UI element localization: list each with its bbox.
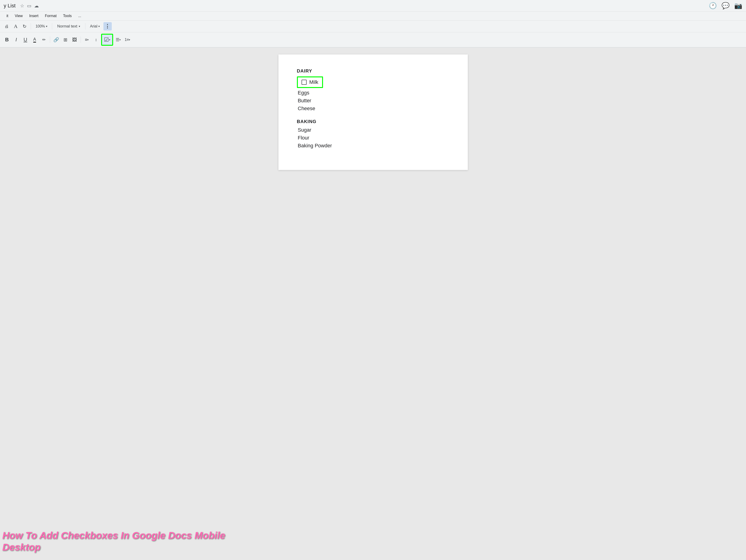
flour-item: Flour [297,135,449,141]
paragraph-style-arrow-icon: ▾ [79,25,80,28]
font-color-button[interactable]: A [30,35,39,44]
comments-icon[interactable]: 💬 [721,2,729,9]
cheese-item: Cheese [297,106,449,112]
bold-button[interactable]: B [3,35,11,44]
line-spacing-button[interactable]: ↕ [92,35,100,44]
menu-edit[interactable]: it [4,12,11,20]
header-right-icons: 🕐 💬 📷 [709,2,742,9]
checklist-button[interactable]: ☑ ▾ [101,34,113,46]
history-icon[interactable]: 🕐 [709,2,717,9]
three-dots-icon: ⋮ [105,23,110,29]
document-page: DAIRY Milk Eggs Butter Cheese BAKING Sug… [279,55,468,170]
milk-list-item[interactable]: Milk [297,77,323,88]
bullet-list-button[interactable]: ☰ ▾ [114,35,122,44]
section-title-dairy: DAIRY [297,68,449,74]
milk-checkbox-icon[interactable] [302,80,307,85]
checklist-icon: ☑ [104,36,109,43]
bullet-list-icon: ☰ [116,37,119,42]
menu-bar: it View Insert Format Tools ... [0,11,746,21]
paragraph-style-value: Normal text [57,24,77,29]
watermark-text: How To Add Checkboxes In Google Docs Mob… [2,530,225,553]
paint-format-button[interactable]: A [12,22,20,31]
divider1 [31,23,31,30]
bullet-list-arrow-icon: ▾ [119,38,121,41]
underline-button[interactable]: U [21,35,30,44]
baking-section: BAKING Sugar Flour Baking Powder [297,119,449,149]
align-button[interactable]: ≡ ▾ [83,35,91,44]
top-bar: y List ☆ ▭ ☁ 🕐 💬 📷 [0,0,746,11]
watermark-line1: How To Add Checkboxes In Google Docs Mob… [2,530,225,541]
align-arrow-icon: ▾ [87,38,89,41]
menu-tools[interactable]: Tools [60,12,74,20]
numbered-list-icon: 1≡ [125,38,129,42]
divider4 [50,36,50,43]
baking-powder-item: Baking Powder [297,143,449,149]
highlight-button[interactable]: ✏ [40,35,48,44]
numbered-list-arrow-icon: ▾ [129,38,130,41]
watermark-line2: Desktop [2,541,225,553]
insert-image-button[interactable]: 🖼 [70,35,79,44]
zoom-dropdown[interactable]: 100% ▾ [33,23,50,30]
font-arrow-icon: ▾ [98,25,100,28]
butter-item: Butter [297,98,449,104]
doc-title: y List [4,3,16,9]
link-button[interactable]: 🔗 [52,35,60,44]
align-icon: ≡ [85,37,87,42]
numbered-list-button[interactable]: 1≡ ▾ [123,35,132,44]
cloud-save-icon[interactable]: ☁ [34,3,39,8]
print-button[interactable]: 🖨 [3,23,10,30]
font-color-icon: A [33,37,36,43]
format-toolbar: B I U A ✏ 🔗 ⊞ 🖼 ≡ ▾ ↕ ☑ ▾ ☰ ▾ 1≡ ▾ [0,32,746,48]
insert-special-chars-button[interactable]: ⊞ [61,35,69,44]
milk-text: Milk [309,79,318,85]
divider2 [52,23,52,30]
zoom-value: 100% [35,24,45,28]
sugar-item: Sugar [297,127,449,133]
toolbar-row1: 🖨 A ↻ 100% ▾ Normal text ▾ Arial ▾ ⋮ [0,21,746,32]
menu-format[interactable]: Format [42,12,59,20]
eggs-item: Eggs [297,90,449,96]
menu-more[interactable]: ... [75,12,84,20]
italic-button[interactable]: I [12,35,20,44]
spell-check-button[interactable]: ↻ [21,22,28,30]
font-value: Arial [90,24,97,28]
more-options-button[interactable]: ⋮ [104,22,112,30]
paragraph-style-dropdown[interactable]: Normal text ▾ [55,23,83,30]
section-title-baking: BAKING [297,119,449,124]
folder-move-icon[interactable]: ▭ [27,3,31,8]
menu-view[interactable]: View [12,12,25,20]
menu-insert[interactable]: Insert [26,12,41,20]
checklist-arrow-icon: ▾ [109,38,110,41]
zoom-arrow-icon: ▾ [46,25,47,28]
video-icon[interactable]: 📷 [734,2,742,9]
font-dropdown[interactable]: Arial ▾ [88,23,102,30]
document-area: DAIRY Milk Eggs Butter Cheese BAKING Sug… [0,48,746,186]
star-icon[interactable]: ☆ [20,3,24,8]
divider5 [81,36,81,43]
title-icons: ☆ ▭ ☁ [20,3,39,8]
